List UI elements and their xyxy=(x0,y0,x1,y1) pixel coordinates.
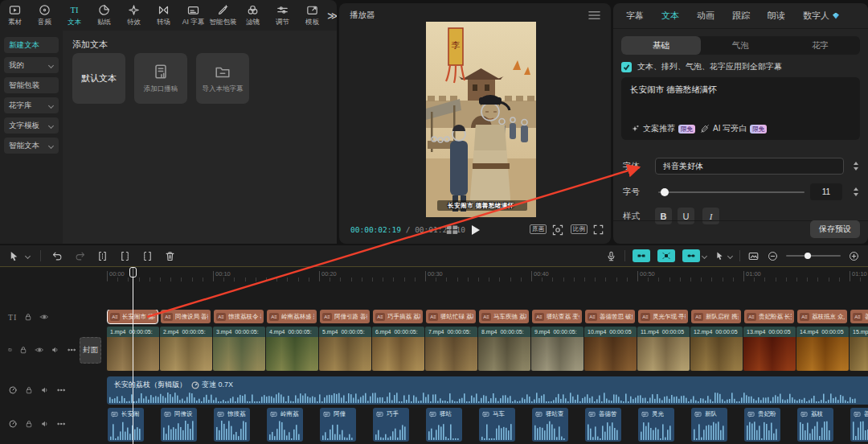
timeline-zoom-slider[interactable] xyxy=(786,255,841,257)
sidebar-item[interactable]: 智能包装 xyxy=(4,77,59,93)
subtab-气泡[interactable]: 气泡 xyxy=(701,36,780,55)
text-clip[interactable]: A≡贵妃盼荔 长安 xyxy=(744,310,794,323)
split-button[interactable] xyxy=(96,250,108,262)
tts-audio-clip[interactable]: 同僚设 xyxy=(161,408,197,442)
video-clip[interactable]: 13.mp400:00:05 xyxy=(743,327,796,371)
fullscreen-icon[interactable] xyxy=(593,224,604,235)
text-card[interactable]: 默认文本 xyxy=(72,53,125,104)
trash-button[interactable] xyxy=(164,250,176,262)
video-clip[interactable]: 8.mp400:00:05: xyxy=(478,327,530,371)
sidebar-item[interactable]: 我的 xyxy=(4,57,59,73)
tts-audio-clip[interactable]: 长安闹 xyxy=(108,408,144,442)
cursor-button[interactable] xyxy=(8,250,20,262)
tts-audio-clip[interactable]: 阿僮 xyxy=(320,408,356,442)
text-card[interactable]: 导入本地字幕 xyxy=(196,53,249,104)
video-clip[interactable]: 11.mp400:00:05 xyxy=(637,327,690,371)
tts-audio-clip[interactable]: 新队 xyxy=(691,408,727,442)
font-stepper[interactable] xyxy=(850,158,861,175)
ai-tool[interactable]: 文案推荐限免 xyxy=(630,123,695,134)
focus-icon[interactable]: path.c,circle{fill:none;stroke:#c0c0c0;s… xyxy=(552,224,563,236)
nav-item-adjust[interactable]: 调节 xyxy=(268,3,297,27)
size-slider[interactable] xyxy=(658,191,805,193)
text-clip[interactable]: A≡善德苦思 破解 xyxy=(585,310,635,323)
ratio-button[interactable]: 比例 xyxy=(571,224,588,234)
tab-跟踪[interactable]: 跟踪 xyxy=(732,10,750,22)
split-right-button[interactable] xyxy=(141,250,154,262)
tts-audio-clip[interactable]: 善德 xyxy=(850,408,868,442)
tab-动画[interactable]: 动画 xyxy=(697,10,714,22)
sidebar-item[interactable]: 文字模板 xyxy=(4,117,59,134)
tts-audio-clip[interactable]: 岭南荔 xyxy=(267,408,303,442)
undo-button[interactable] xyxy=(51,250,63,262)
cursor-box-button[interactable] xyxy=(714,250,726,262)
size-stepper[interactable] xyxy=(850,183,861,200)
video-clip[interactable]: 7.mp400:00:05: xyxy=(425,327,477,371)
nav-expand-icon[interactable]: ≫ xyxy=(327,10,337,22)
tts-audio-clip[interactable]: 马车 xyxy=(479,408,515,442)
text-clip[interactable]: A≡马车疾驰 荔枝 xyxy=(479,310,529,323)
video-clip[interactable]: 14.mp400:00:05 xyxy=(796,327,849,371)
zoom-slider-thumb[interactable] xyxy=(805,253,811,259)
video-clip[interactable]: 10.mp400:00:05 xyxy=(584,327,637,371)
magnet-button[interactable] xyxy=(657,249,675,262)
bold-button[interactable]: B xyxy=(655,208,672,224)
font-select[interactable]: 抖音美好体 xyxy=(655,158,844,175)
audio-clip[interactable]: 长安的荔枝（剪辑版） 变速 0.7X xyxy=(107,376,868,405)
nav-item-ai-subtitle[interactable]: AI 字幕 xyxy=(178,3,208,27)
tts-audio-clip[interactable]: 驿站 xyxy=(426,408,462,442)
nav-item-filter[interactable]: 滤镜 xyxy=(238,3,268,27)
text-clip[interactable]: A≡阿僮引路 善德 xyxy=(320,310,370,323)
nav-item-media[interactable]: 素材 xyxy=(0,3,30,27)
text-clip[interactable]: A≡善德 xyxy=(850,310,868,323)
playhead[interactable] xyxy=(133,267,133,444)
nav-item-text[interactable]: TI文本 xyxy=(59,3,89,27)
text-card[interactable]: 添加口播稿 xyxy=(134,53,187,104)
play-button[interactable] xyxy=(471,224,481,236)
text-clip[interactable]: A≡驿站查荔 变色 xyxy=(532,310,582,323)
tab-朗读[interactable]: 朗读 xyxy=(768,10,785,22)
text-clip[interactable]: A≡荔枝抵京 众人 xyxy=(797,310,847,323)
subtab-基础[interactable]: 基础 xyxy=(621,36,701,55)
tts-audio-clip[interactable]: 灵光 xyxy=(638,408,674,442)
size-slider-thumb[interactable] xyxy=(661,188,669,196)
nav-item-template[interactable]: 模板 xyxy=(297,3,327,27)
link-button[interactable] xyxy=(682,249,700,262)
save-preset-button[interactable]: 保存预设 xyxy=(810,220,860,238)
original-quality-button[interactable]: 原画 xyxy=(530,224,547,234)
sidebar-item[interactable]: 智能文本 xyxy=(4,138,59,154)
player-menu-icon[interactable] xyxy=(588,10,600,20)
tab-数字人[interactable]: 数字人 xyxy=(803,10,839,22)
ai-tool[interactable]: AI 写旁白限免 xyxy=(700,123,767,134)
video-clip[interactable]: 12.mp400:00:05 xyxy=(690,327,743,371)
text-clip[interactable]: A≡驿站忙碌 荔枝 xyxy=(426,310,476,323)
nav-item-transition[interactable]: 转场 xyxy=(149,3,178,27)
tts-audio-clip[interactable]: 惊接荔 xyxy=(214,408,250,442)
speed-chip[interactable]: 变速 0.7X xyxy=(191,380,233,390)
apply-all-checkbox[interactable] xyxy=(621,62,632,72)
tts-audio-clip[interactable]: 荔枝 xyxy=(797,408,833,442)
sidebar-item[interactable]: 花字库 xyxy=(4,97,59,113)
video-clip[interactable]: 2.mp400:00:05: xyxy=(160,327,212,371)
nav-item-audio[interactable]: 音频 xyxy=(30,3,59,27)
text-clip[interactable]: A≡同僚设局 善德 xyxy=(161,310,211,323)
snap-button[interactable] xyxy=(633,249,650,262)
video-clip[interactable]: 6.mp400:00:05: xyxy=(372,327,424,371)
video-clip[interactable]: 9.mp400:00:05: xyxy=(531,327,583,371)
video-clip[interactable]: 15.mp400:00:05 xyxy=(850,327,868,371)
tab-字幕[interactable]: 字幕 xyxy=(626,10,644,22)
tab-文本[interactable]: 文本 xyxy=(661,10,679,22)
preview-button[interactable] xyxy=(747,250,760,262)
video-clip[interactable]: 5.mp400:00:05: xyxy=(319,327,371,371)
redo-button[interactable] xyxy=(74,250,86,262)
zoom-in-button[interactable] xyxy=(848,250,860,262)
nav-item-smart-pack[interactable]: 智能包装 xyxy=(208,3,238,27)
video-clip[interactable]: 4.mp400:00:05: xyxy=(266,327,318,371)
zoom-out-button[interactable] xyxy=(767,250,779,262)
split-left-button[interactable] xyxy=(119,250,131,262)
text-clip[interactable]: A≡新队启程 携荔 xyxy=(691,310,741,323)
subtab-花字[interactable]: 花字 xyxy=(780,36,860,55)
microphone-button[interactable] xyxy=(605,250,617,262)
tts-audio-clip[interactable]: 善德苦 xyxy=(585,408,621,442)
text-clip[interactable]: A≡灵光乍现 寻得 xyxy=(638,310,688,323)
tts-audio-clip[interactable]: 驿站查 xyxy=(532,408,568,442)
